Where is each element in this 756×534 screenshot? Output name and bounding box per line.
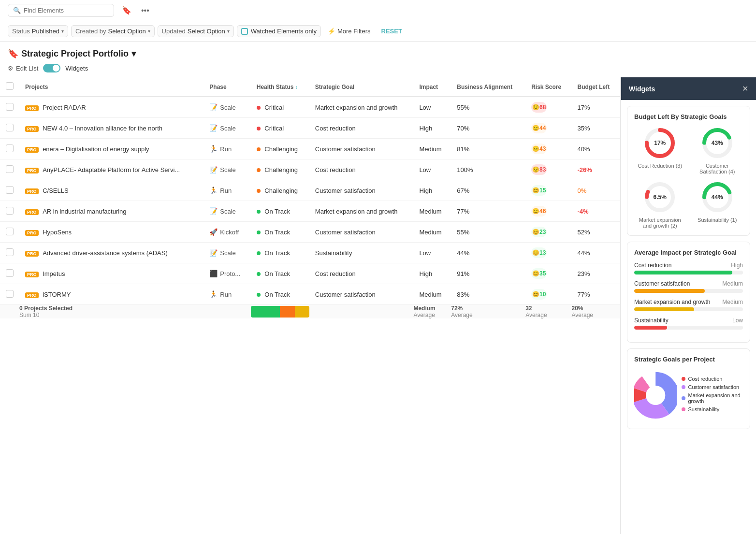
widgets-toggle[interactable] bbox=[43, 64, 60, 72]
table-row: PRO enera – Digitalisation of energy sup… bbox=[0, 139, 620, 159]
phase-icon: ⬛ bbox=[209, 270, 218, 277]
created-filter-value: Select Option bbox=[108, 28, 146, 35]
row-checkbox[interactable] bbox=[6, 124, 14, 131]
phase-icon: 📝 bbox=[209, 207, 218, 215]
project-name-cell: PRO AnyPLACE- Adaptable Platform for Act… bbox=[19, 159, 204, 180]
health-dot bbox=[257, 293, 261, 297]
risk-badge: 😊 23 bbox=[531, 227, 547, 237]
pie-widget-card: Strategic Goals per Project Cost reducti… bbox=[627, 348, 750, 429]
table-row: PRO AnyPLACE- Adaptable Platform for Act… bbox=[0, 159, 620, 180]
budget-value: 77% bbox=[578, 291, 590, 298]
pie-legend: Cost reduction Customer satisfaction Mar… bbox=[682, 376, 743, 415]
phase-icon: 📝 bbox=[209, 166, 218, 173]
project-name-cell: PRO Advanced driver-assistance systems (… bbox=[19, 243, 204, 263]
health-cell: On Track bbox=[251, 284, 309, 305]
health-value: On Track bbox=[264, 229, 290, 236]
alignment-cell: 83% bbox=[451, 284, 525, 305]
budget-cell: 17% bbox=[572, 97, 621, 118]
table-row: PRO HypoSens 🚀 Kickoff On Track Customer… bbox=[0, 222, 620, 243]
updated-filter-label: Updated bbox=[162, 28, 186, 35]
watched-filter[interactable]: Watched Elements only bbox=[237, 25, 321, 37]
project-name: iSTORMY bbox=[43, 291, 71, 298]
status-filter[interactable]: Status Published ▾ bbox=[8, 25, 68, 37]
widget-close-icon[interactable]: ✕ bbox=[742, 84, 748, 93]
col-health[interactable]: Health Status ↕ bbox=[251, 77, 309, 97]
health-dot bbox=[257, 106, 261, 110]
health-cell: On Track bbox=[251, 263, 309, 284]
legend-item: Cost reduction bbox=[682, 376, 743, 382]
impact-item-level: Medium bbox=[722, 280, 743, 287]
alignment-cell: 55% bbox=[451, 222, 525, 243]
risk-icon: 😊 bbox=[532, 229, 539, 235]
row-checkbox[interactable] bbox=[6, 186, 14, 194]
health-dot bbox=[257, 127, 261, 130]
donut-market-value: 6.5% bbox=[654, 194, 667, 201]
health-value: On Track bbox=[264, 291, 290, 298]
row-checkbox[interactable] bbox=[6, 269, 14, 277]
health-cell: Critical bbox=[251, 97, 309, 118]
col-phase: Phase bbox=[204, 77, 250, 97]
project-name: HypoSens bbox=[43, 229, 72, 236]
budget-cell: 23% bbox=[572, 263, 621, 284]
watched-filter-label: Watched Elements only bbox=[251, 28, 317, 35]
row-checkbox[interactable] bbox=[6, 248, 14, 256]
row-checkbox[interactable] bbox=[6, 228, 14, 235]
health-dot bbox=[257, 189, 261, 193]
reset-button[interactable]: RESET bbox=[378, 26, 406, 37]
health-cell: Challenging bbox=[251, 139, 309, 159]
risk-icon: 😊 bbox=[532, 270, 539, 277]
alignment-cell: 77% bbox=[451, 201, 525, 222]
risk-icon: 😊 bbox=[532, 291, 539, 298]
impact-item-name: Customer satisfaction bbox=[634, 280, 690, 287]
row-checkbox[interactable] bbox=[6, 290, 14, 298]
search-box[interactable]: 🔍 bbox=[8, 4, 114, 17]
row-checkbox[interactable] bbox=[6, 144, 14, 152]
risk-cell: 😐 43 bbox=[525, 139, 571, 159]
col-alignment: Business Alignment bbox=[451, 77, 525, 97]
table-footer: 0 Projects Selected Sum 10 Medium bbox=[0, 305, 620, 319]
impact-bar-fill bbox=[634, 289, 705, 293]
more-filters-button[interactable]: ⚡ More Filters bbox=[324, 26, 375, 37]
alignment-cell: 81% bbox=[451, 139, 525, 159]
goal-cell: Cost reduction bbox=[309, 159, 414, 180]
bookmark-icon[interactable]: 🔖 bbox=[120, 4, 133, 17]
phase-value: Run bbox=[220, 145, 232, 153]
project-name-cell: PRO iSTORMY bbox=[19, 284, 204, 305]
donut-market-label: Market expansion and growth (2) bbox=[634, 217, 686, 229]
risk-cell: 😊 35 bbox=[525, 263, 571, 284]
pro-badge: PRO bbox=[25, 209, 39, 215]
pro-badge: PRO bbox=[25, 272, 39, 277]
more-options-icon[interactable]: ••• bbox=[139, 4, 151, 17]
health-dot bbox=[257, 231, 261, 234]
budget-value: 40% bbox=[578, 145, 590, 153]
filter-icon: ⚡ bbox=[328, 28, 335, 35]
updated-filter[interactable]: Updated Select Option ▾ bbox=[158, 25, 234, 37]
risk-icon: 😟 bbox=[532, 104, 539, 111]
phase-icon: 🏃 bbox=[209, 145, 218, 153]
health-dot bbox=[257, 147, 261, 151]
row-checkbox[interactable] bbox=[6, 207, 14, 215]
budget-cell: 35% bbox=[572, 118, 621, 139]
impact-cell: Low bbox=[413, 243, 451, 263]
impact-cell: Medium bbox=[413, 222, 451, 243]
page-title[interactable]: 🔖 Strategic Project Portfolio ▾ bbox=[8, 48, 136, 59]
phase-value: Scale bbox=[220, 166, 236, 173]
budget-value: 17% bbox=[578, 104, 590, 111]
phase-cell: 📝 Scale bbox=[204, 201, 250, 222]
phase-cell: 📝 Scale bbox=[204, 243, 250, 263]
goal-cell: Market expansion and growth bbox=[309, 201, 414, 222]
created-filter[interactable]: Created by Select Option ▾ bbox=[71, 25, 155, 37]
row-checkbox[interactable] bbox=[6, 165, 14, 173]
row-checkbox[interactable] bbox=[6, 103, 14, 111]
impact-bar-track bbox=[634, 271, 743, 274]
project-name-cell: PRO enera – Digitalisation of energy sup… bbox=[19, 139, 204, 159]
impact-item-level: Medium bbox=[722, 299, 743, 305]
edit-list-button[interactable]: ⚙ Edit List bbox=[8, 65, 38, 72]
phase-cell: 📝 Scale bbox=[204, 97, 250, 118]
legend-dot bbox=[682, 385, 685, 389]
search-input[interactable] bbox=[24, 7, 109, 14]
table-row: PRO AR in industrial manufacturing 📝 Sca… bbox=[0, 201, 620, 222]
select-all-checkbox[interactable] bbox=[6, 82, 14, 90]
project-name-cell: PRO Impetus bbox=[19, 263, 204, 284]
budget-cell: -26% bbox=[572, 159, 621, 180]
